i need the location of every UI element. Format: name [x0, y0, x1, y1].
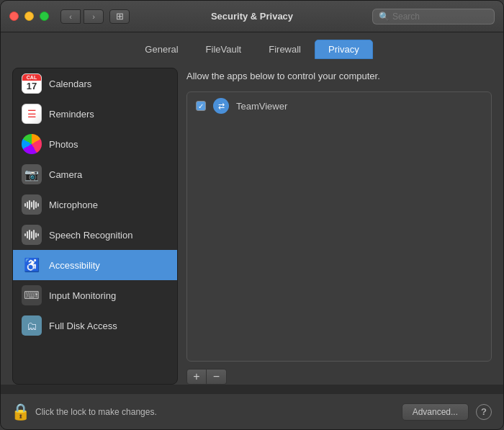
microphone-icon [22, 194, 42, 215]
back-button[interactable]: ‹ [60, 9, 81, 24]
tab-privacy[interactable]: Privacy [315, 40, 373, 59]
bottombar: 🔒 Click the lock to make changes. Advanc… [1, 393, 503, 429]
lock-area[interactable]: 🔒 Click the lock to make changes. [12, 403, 157, 421]
sidebar-label-accessibility: Accessibility [49, 260, 100, 271]
sidebar-label-input: Input Monitoring [49, 290, 116, 301]
diskaccess-icon: 🗂 [22, 315, 42, 336]
table-row: ✓ ⇄ TeamViewer [187, 92, 491, 120]
sidebar-item-speech[interactable]: Speech Recognition [13, 220, 177, 250]
close-button[interactable] [9, 12, 19, 21]
tab-general[interactable]: General [131, 40, 192, 59]
help-button[interactable]: ? [476, 404, 492, 420]
list-controls: + − [186, 369, 492, 385]
nav-buttons: ‹ › [60, 9, 104, 24]
sidebar-item-reminders[interactable]: ☰ Reminders [13, 99, 177, 129]
sidebar-item-camera[interactable]: 📷 Camera [13, 159, 177, 189]
add-button[interactable]: + [186, 369, 207, 385]
maximize-button[interactable] [40, 12, 49, 21]
accessibility-icon: ♿ [22, 255, 42, 275]
sidebar-item-photos[interactable]: Photos [13, 129, 177, 159]
sidebar-label-microphone: Microphone [49, 200, 98, 210]
apps-list: ✓ ⇄ TeamViewer [186, 91, 492, 362]
sidebar-item-diskaccess[interactable]: 🗂 Full Disk Access [13, 310, 177, 341]
sidebar-item-calendars[interactable]: CAL 17 Calendars [13, 68, 177, 99]
grid-button[interactable]: ⊞ [109, 9, 130, 24]
panel: Allow the apps below to control your com… [186, 68, 492, 385]
advanced-button[interactable]: Advanced... [402, 403, 469, 421]
tabbar: General FileVault Firewall Privacy [1, 32, 503, 59]
window: ‹ › ⊞ Security & Privacy 🔍 General FileV… [0, 0, 504, 430]
sidebar-item-input[interactable]: ⌨ Input Monitoring [13, 280, 177, 310]
titlebar: ‹ › ⊞ Security & Privacy 🔍 [1, 1, 503, 32]
calendars-icon: CAL 17 [22, 73, 42, 94]
camera-icon: 📷 [22, 164, 42, 184]
remove-button[interactable]: − [207, 369, 227, 385]
panel-description: Allow the apps below to control your com… [186, 68, 492, 84]
sidebar-label-camera: Camera [49, 169, 82, 180]
bottom-right: Advanced... ? [402, 403, 492, 421]
search-icon: 🔍 [379, 12, 390, 22]
sidebar-item-accessibility[interactable]: ♿ Accessibility [13, 250, 177, 280]
sidebar-label-diskaccess: Full Disk Access [49, 321, 117, 331]
app-name-teamviewer: TeamViewer [236, 101, 287, 112]
search-input[interactable] [392, 12, 488, 22]
photos-icon [22, 134, 42, 154]
tab-filevault[interactable]: FileVault [192, 40, 256, 59]
search-box[interactable]: 🔍 [372, 9, 495, 24]
tab-firewall[interactable]: Firewall [255, 40, 315, 59]
minimize-button[interactable] [24, 12, 34, 21]
lock-text: Click the lock to make changes. [35, 407, 157, 417]
sidebar-label-reminders: Reminders [49, 109, 94, 120]
main-content: CAL 17 Calendars ☰ Reminders Photos [1, 59, 503, 385]
traffic-lights [9, 12, 49, 21]
app-checkbox-teamviewer[interactable]: ✓ [196, 101, 206, 111]
teamviewer-icon: ⇄ [213, 98, 229, 114]
input-icon: ⌨ [22, 285, 42, 305]
forward-button[interactable]: › [84, 9, 104, 24]
sidebar-label-speech: Speech Recognition [49, 230, 132, 241]
speech-icon [22, 225, 42, 245]
sidebar-item-microphone[interactable]: Microphone [13, 189, 177, 220]
sidebar-label-calendars: Calendars [49, 79, 91, 89]
lock-icon: 🔒 [12, 403, 28, 421]
checkmark-icon: ✓ [198, 102, 204, 110]
sidebar: CAL 17 Calendars ☰ Reminders Photos [12, 68, 178, 385]
tv-arrows-icon: ⇄ [218, 102, 225, 111]
window-title: Security & Privacy [211, 11, 293, 22]
reminders-icon: ☰ [22, 104, 42, 124]
sidebar-label-photos: Photos [49, 139, 78, 150]
